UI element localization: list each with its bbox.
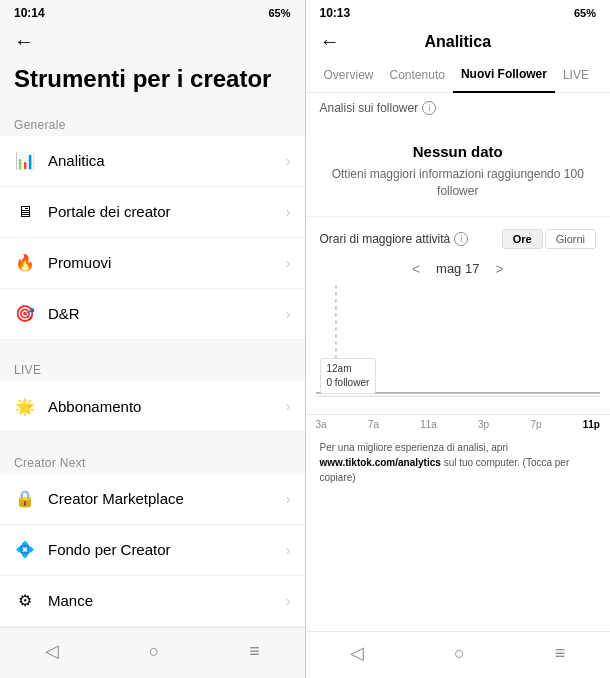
portale-label: Portale dei creator bbox=[48, 203, 171, 220]
section-gap-1 bbox=[0, 340, 305, 356]
date-current: mag 17 bbox=[436, 261, 479, 276]
section-label-generale: Generale bbox=[0, 110, 305, 136]
left-status-bar: 10:14 65% bbox=[0, 0, 305, 24]
left-battery: 65% bbox=[268, 7, 290, 19]
left-nav-back[interactable]: ◁ bbox=[45, 640, 59, 662]
footer-note: Per una migliore esperienza di analisi, … bbox=[306, 430, 611, 495]
right-status-icons: 65% bbox=[574, 7, 596, 19]
tab-contenuto[interactable]: Contenuto bbox=[382, 62, 453, 92]
menu-item-dandr[interactable]: 🎯 D&R › bbox=[0, 289, 305, 340]
date-next[interactable]: > bbox=[495, 261, 503, 277]
left-status-icons: 65% bbox=[268, 7, 290, 19]
mance-icon: ⚙ bbox=[14, 590, 36, 612]
date-prev[interactable]: < bbox=[412, 261, 420, 277]
marketplace-label: Creator Marketplace bbox=[48, 490, 184, 507]
section-gap-2 bbox=[0, 432, 305, 448]
left-back-button[interactable]: ← bbox=[0, 24, 305, 57]
left-nav-menu[interactable]: ≡ bbox=[249, 641, 260, 662]
portale-chevron: › bbox=[286, 204, 291, 220]
footer-note-text: Per una migliore esperienza di analisi, … bbox=[320, 442, 508, 453]
left-bottom-nav: ◁ ○ ≡ bbox=[0, 627, 305, 678]
abbonamento-label: Abbonamento bbox=[48, 398, 141, 415]
menu-item-fondo[interactable]: 💠 Fondo per Creator › bbox=[0, 525, 305, 576]
menu-item-abbonamento[interactable]: 🌟 Abbonamento › bbox=[0, 381, 305, 432]
menu-item-marketplace[interactable]: 🔒 Creator Marketplace › bbox=[0, 474, 305, 525]
right-header: ← Analitica bbox=[306, 24, 611, 61]
right-page-title: Analitica bbox=[424, 33, 491, 51]
section-label-live: LIVE bbox=[0, 355, 305, 381]
left-page-title: Strumenti per i creator bbox=[0, 57, 305, 110]
analytics-tabs: Overview Contenuto Nuovi Follower LIVE bbox=[306, 61, 611, 93]
activity-chart bbox=[316, 285, 601, 414]
promuovi-chevron: › bbox=[286, 255, 291, 271]
x-label-7a: 7a bbox=[368, 419, 379, 430]
right-nav-menu[interactable]: ≡ bbox=[555, 643, 566, 664]
abbonamento-icon: 🌟 bbox=[14, 395, 36, 417]
activity-info-icon[interactable]: i bbox=[454, 232, 468, 246]
x-label-11p: 11p bbox=[583, 419, 600, 430]
analitica-label: Analitica bbox=[48, 152, 105, 169]
fondo-icon: 💠 bbox=[14, 539, 36, 561]
promuovi-icon: 🔥 bbox=[14, 252, 36, 274]
chart-tooltip-value: 0 follower bbox=[327, 376, 370, 390]
dandr-label: D&R bbox=[48, 305, 80, 322]
fondo-chevron: › bbox=[286, 542, 291, 558]
footer-link[interactable]: www.tiktok.com/analytics bbox=[320, 457, 441, 468]
time-toggle: Ore Giorni bbox=[502, 229, 596, 249]
right-nav-back[interactable]: ◁ bbox=[350, 642, 364, 664]
left-time: 10:14 bbox=[14, 6, 45, 20]
menu-item-analitica[interactable]: 📊 Analitica › bbox=[0, 136, 305, 187]
right-status-bar: 10:13 65% bbox=[306, 0, 611, 24]
activity-label: Orari di maggiore attività i bbox=[320, 232, 469, 246]
x-label-3a: 3a bbox=[316, 419, 327, 430]
x-label-11a: 11a bbox=[420, 419, 437, 430]
chart-tooltip: 12am 0 follower bbox=[320, 358, 377, 394]
x-label-3p: 3p bbox=[478, 419, 489, 430]
follower-section-label: Analisi sui follower bbox=[320, 101, 419, 115]
x-axis-labels: 3a 7a 11a 3p 7p 11p bbox=[306, 415, 611, 430]
no-data-title: Nessun dato bbox=[326, 143, 591, 160]
chart-area: 12am 0 follower bbox=[306, 285, 611, 415]
menu-item-portale[interactable]: 🖥 Portale dei creator › bbox=[0, 187, 305, 238]
no-data-box: Nessun dato Ottieni maggiori informazion… bbox=[306, 119, 611, 217]
follower-info-icon[interactable]: i bbox=[422, 101, 436, 115]
menu-item-promuovi[interactable]: 🔥 Promuovi › bbox=[0, 238, 305, 289]
dandr-chevron: › bbox=[286, 306, 291, 322]
promuovi-label: Promuovi bbox=[48, 254, 111, 271]
follower-section: Analisi sui follower i bbox=[306, 93, 611, 119]
section-label-creatornext: Creator Next bbox=[0, 448, 305, 474]
mance-label: Mance bbox=[48, 592, 93, 609]
no-data-subtitle: Ottieni maggiori informazioni raggiungen… bbox=[326, 166, 591, 200]
menu-item-mance[interactable]: ⚙ Mance › bbox=[0, 576, 305, 627]
time-btn-giorni[interactable]: Giorni bbox=[545, 229, 596, 249]
right-back-button[interactable]: ← bbox=[320, 30, 340, 53]
marketplace-chevron: › bbox=[286, 491, 291, 507]
fondo-label: Fondo per Creator bbox=[48, 541, 171, 558]
right-battery: 65% bbox=[574, 7, 596, 19]
activity-label-text: Orari di maggiore attività bbox=[320, 232, 451, 246]
activity-header: Orari di maggiore attività i Ore Giorni bbox=[306, 217, 611, 257]
time-btn-ore[interactable]: Ore bbox=[502, 229, 543, 249]
date-navigator: < mag 17 > bbox=[306, 257, 611, 285]
x-label-7p: 7p bbox=[530, 419, 541, 430]
marketplace-lock-icon: 🔒 bbox=[14, 488, 36, 510]
analitica-icon: 📊 bbox=[14, 150, 36, 172]
left-panel: 10:14 65% ← Strumenti per i creator Gene… bbox=[0, 0, 305, 678]
chart-tooltip-time: 12am bbox=[327, 362, 370, 376]
mance-chevron: › bbox=[286, 593, 291, 609]
analitica-chevron: › bbox=[286, 153, 291, 169]
right-time: 10:13 bbox=[320, 6, 351, 20]
left-nav-home[interactable]: ○ bbox=[149, 641, 160, 662]
right-bottom-nav: ◁ ○ ≡ bbox=[306, 631, 611, 678]
tab-live[interactable]: LIVE bbox=[555, 62, 597, 92]
dandr-icon: 🎯 bbox=[14, 303, 36, 325]
right-panel: 10:13 65% ← Analitica Overview Contenuto… bbox=[306, 0, 611, 678]
abbonamento-chevron: › bbox=[286, 398, 291, 414]
tab-nuovi-follower[interactable]: Nuovi Follower bbox=[453, 61, 555, 93]
right-nav-home[interactable]: ○ bbox=[454, 643, 465, 664]
tab-overview[interactable]: Overview bbox=[316, 62, 382, 92]
portale-icon: 🖥 bbox=[14, 201, 36, 223]
